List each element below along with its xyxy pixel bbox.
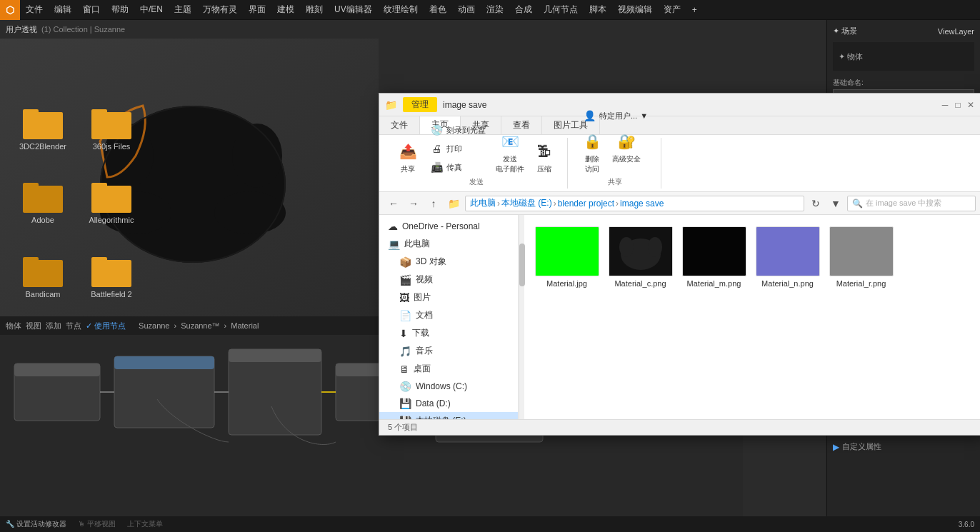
- menu-render[interactable]: 渲染: [481, 0, 509, 19]
- share-button[interactable]: 📤 共享: [394, 139, 422, 176]
- path-pc[interactable]: 此电脑: [470, 197, 496, 209]
- status-bar: 5 个项目: [379, 419, 980, 435]
- compress-icon: 🗜: [533, 140, 556, 163]
- email-icon: 📧: [499, 130, 521, 153]
- item-count: 5 个项目: [388, 422, 418, 433]
- menu-help[interactable]: 帮助: [106, 0, 134, 19]
- menu-all[interactable]: 万物有灵: [197, 0, 243, 19]
- menu-interface[interactable]: 界面: [243, 0, 271, 19]
- refresh-button[interactable]: ↻: [807, 195, 824, 212]
- computer-icon: 💻: [388, 239, 400, 250]
- compress-button[interactable]: 🗜 压缩: [530, 139, 559, 176]
- sidebar-videos[interactable]: 🎬 视频: [379, 271, 518, 288]
- menu-edit[interactable]: 编辑: [49, 0, 77, 19]
- specific-user-button[interactable]: 👤 特定用户... ▼: [578, 107, 652, 124]
- thumb-monkey-svg: [609, 227, 672, 276]
- sidebar-onedrive[interactable]: ☁ OneDrive - Personal: [379, 218, 518, 235]
- file-thumb-material-r: [829, 226, 894, 276]
- menu-animation[interactable]: 动画: [452, 0, 481, 19]
- path-project[interactable]: blender project: [558, 199, 614, 209]
- sidebar-music[interactable]: 🎵 音乐: [379, 342, 518, 360]
- window-title: image save: [443, 100, 486, 110]
- file-label-material-r: Material_r.png: [836, 279, 886, 288]
- ribbon-share-group: 👤 特定用户... ▼ 🔒 删除访问 🔐 高级安全: [569, 138, 661, 189]
- menu-window[interactable]: 窗口: [77, 0, 106, 19]
- email-button[interactable]: 📧 发送电子邮件: [493, 129, 527, 176]
- folder-360js[interactable]: 360js Files: [80, 102, 143, 164]
- menu-theme[interactable]: 主题: [169, 0, 197, 19]
- folder-adobe[interactable]: Adobe: [11, 176, 74, 238]
- menu-file[interactable]: 文件: [20, 0, 49, 19]
- menu-geonodes[interactable]: 几何节点: [538, 0, 584, 19]
- up-button[interactable]: ↑: [425, 195, 442, 212]
- maximize-button[interactable]: □: [953, 100, 963, 110]
- status-context: 上下文菜单: [127, 519, 163, 529]
- file-material-jpg[interactable]: Material.jpg: [533, 224, 601, 291]
- windows-drive-icon: 💿: [399, 381, 411, 392]
- sidebar-data-d[interactable]: 💾 Data (D:): [379, 395, 518, 412]
- burn-icon: 💿: [429, 123, 444, 137]
- folder-3dc2blender[interactable]: 3DC2Blender: [11, 102, 74, 164]
- folder-battlefield2[interactable]: Battlefield 2: [80, 250, 143, 312]
- manage-tab[interactable]: 管理: [403, 97, 437, 112]
- folder-allegorithmic[interactable]: Allegorithmic: [80, 176, 143, 238]
- fax-button[interactable]: 📠 传真: [425, 159, 490, 176]
- path-drive[interactable]: 本地磁盘 (E:): [501, 197, 552, 209]
- sidebar-pictures[interactable]: 🖼 图片: [379, 288, 518, 306]
- forward-button[interactable]: →: [405, 195, 422, 212]
- svg-rect-13: [229, 349, 321, 362]
- sidebar-scrollbar[interactable]: [519, 215, 524, 419]
- folder-icon-btn: 📁: [445, 195, 462, 212]
- menu-lang[interactable]: 中/EN: [134, 0, 169, 19]
- folder-bandicam[interactable]: Bandicam: [11, 250, 74, 312]
- sidebar-windows-c[interactable]: 💿 Windows (C:): [379, 378, 518, 395]
- menu-sculpt[interactable]: 雕刻: [300, 0, 329, 19]
- sidebar-local-e[interactable]: 💾 本地磁盘 (E:): [379, 412, 518, 419]
- minimize-button[interactable]: ─: [940, 100, 950, 110]
- blender-menu: 文件 编辑 窗口 帮助 中/EN 主题 万物有灵 界面 建模 雕刻 UV编辑器 …: [20, 0, 703, 19]
- close-button[interactable]: ✕: [966, 100, 976, 110]
- sidebar-3d-objects[interactable]: 📦 3D 对象: [379, 253, 518, 271]
- search-box[interactable]: 🔍 在 image save 中搜索: [847, 196, 976, 211]
- file-material-c[interactable]: Material_c.png: [606, 224, 674, 291]
- menu-shading[interactable]: 着色: [424, 0, 452, 19]
- back-button[interactable]: ←: [385, 195, 402, 212]
- menu-compositing[interactable]: 合成: [509, 0, 538, 19]
- menu-add[interactable]: +: [686, 0, 703, 19]
- file-material-n[interactable]: Material_n.png: [754, 224, 821, 291]
- burn-button[interactable]: 💿 刻录到光盘: [425, 121, 490, 139]
- ribbon-content: 📤 共享 💿 刻录到光盘 🖨 打印 📠 传真: [379, 135, 980, 192]
- blender-topbar: ⬡ 文件 编辑 窗口 帮助 中/EN 主题 万物有灵 界面 建模 雕刻 UV编辑…: [0, 0, 980, 20]
- print-icon: 🖨: [429, 141, 444, 156]
- fax-icon: 📠: [429, 160, 444, 174]
- menu-scripting[interactable]: 脚本: [584, 0, 612, 19]
- user-icon: 👤: [582, 109, 596, 123]
- sidebar-scroll-thumb[interactable]: [519, 244, 525, 286]
- menu-texture[interactable]: 纹理绘制: [378, 0, 424, 19]
- sidebar-documents[interactable]: 📄 文档: [379, 306, 518, 324]
- menu-assets[interactable]: 资产: [658, 0, 686, 19]
- sidebar-this-pc[interactable]: 💻 此电脑: [379, 235, 518, 253]
- menu-uv[interactable]: UV编辑器: [329, 0, 378, 19]
- data-drive-icon: 💾: [399, 398, 411, 409]
- svg-point-18: [619, 237, 634, 257]
- sidebar-downloads[interactable]: ⬇ 下载: [379, 324, 518, 342]
- file-material-m[interactable]: Material_m.png: [680, 224, 748, 291]
- path-dropdown-button[interactable]: ▼: [827, 195, 844, 212]
- file-thumb-material-jpg: [535, 226, 599, 276]
- svg-rect-11: [14, 363, 100, 376]
- status-modifier: 🔧 设置活动修改器: [6, 519, 66, 529]
- path-folder[interactable]: image save: [620, 199, 664, 209]
- remove-access-button[interactable]: 🔒 删除访问: [578, 129, 606, 176]
- menu-video-edit[interactable]: 视频编辑: [612, 0, 658, 19]
- print-button[interactable]: 🖨 打印: [425, 140, 490, 157]
- address-path[interactable]: 此电脑 › 本地磁盘 (E:) › blender project › imag…: [465, 196, 804, 211]
- sidebar-desktop[interactable]: 🖥 桌面: [379, 360, 518, 378]
- file-thumb-material-n: [756, 226, 820, 276]
- file-label-material-m: Material_m.png: [687, 279, 741, 288]
- advanced-security-button[interactable]: 🔐 高级安全: [609, 129, 644, 176]
- file-material-r[interactable]: Material_r.png: [827, 224, 895, 291]
- downloads-icon: ⬇: [399, 328, 408, 339]
- search-icon: 🔍: [852, 199, 863, 209]
- menu-modeling[interactable]: 建模: [271, 0, 300, 19]
